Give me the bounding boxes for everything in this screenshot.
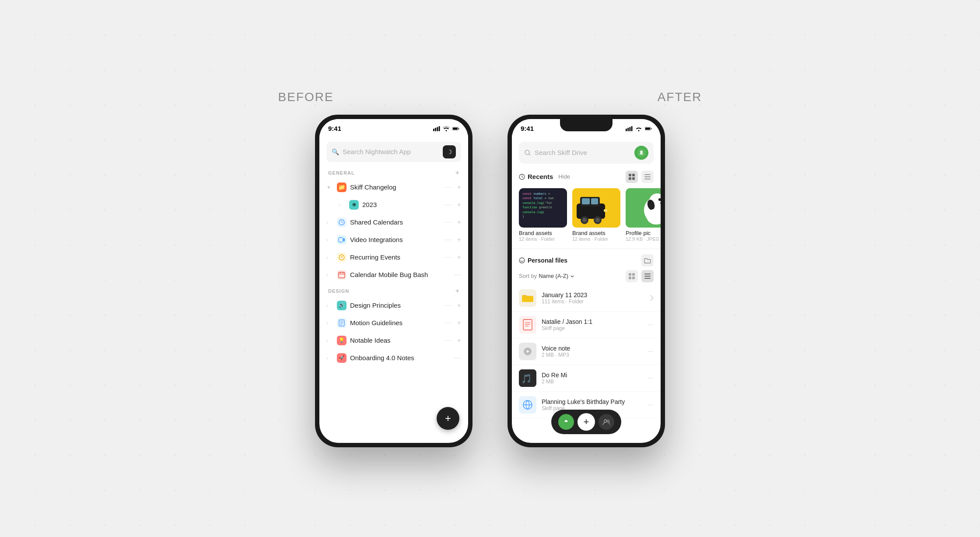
file-item-natalie-jason[interactable]: Natalie / Jason 1:1 Skiff page ···	[512, 312, 661, 338]
grid-view-files-btn[interactable]	[626, 270, 638, 282]
user-avatar[interactable]: ☽	[443, 145, 456, 158]
add-child-icon[interactable]: +	[457, 183, 461, 191]
recents-left: Recents Hide	[519, 173, 570, 180]
item-label: Skiff Changelog	[350, 183, 441, 191]
svg-rect-25	[632, 174, 635, 176]
svg-rect-18	[651, 128, 651, 129]
more-dots-icon[interactable]: ···	[648, 321, 654, 329]
people-btn[interactable]	[598, 414, 614, 430]
list-item-motion-guidelines[interactable]: › Motion Guidelines ··· +	[319, 314, 468, 332]
comparison-labels: BEFORE AFTER	[278, 90, 702, 104]
more-icon[interactable]: ···	[444, 253, 452, 261]
personal-left: Personal files	[519, 257, 567, 264]
notch	[560, 119, 612, 131]
design-title: DESIGN	[328, 288, 349, 294]
add-child-icon[interactable]: +	[457, 201, 461, 209]
item-label: Onboarding 4.0 Notes	[350, 354, 451, 362]
list-view-btn[interactable]	[641, 171, 654, 183]
more-icon[interactable]: ···	[444, 201, 452, 209]
recents-header: Recents Hide	[512, 167, 661, 186]
more-dots-icon[interactable]: ···	[648, 347, 654, 355]
more-icon[interactable]: ···	[454, 354, 461, 362]
clock-icon	[519, 174, 525, 180]
personal-files-header: Personal files	[512, 251, 661, 268]
user-avatar[interactable]	[634, 146, 648, 160]
recent-card-profile-pic[interactable]: Profile pic 12.9 KB · JPEG	[626, 188, 661, 242]
create-btn[interactable]: +	[578, 413, 595, 431]
general-add-btn[interactable]: +	[455, 169, 459, 177]
svg-point-63	[565, 420, 567, 422]
more-icon[interactable]: ···	[444, 319, 452, 327]
svg-point-37	[582, 218, 587, 222]
list-item-calendar-bug-bash[interactable]: › Calendar Mobile Bug Bash ···	[319, 266, 468, 284]
more-dots-icon[interactable]: ···	[648, 374, 654, 382]
svg-rect-40	[604, 209, 607, 212]
music-thumb: 🎵	[519, 369, 536, 387]
list-item-video-integrations[interactable]: › Video Integrations ··· +	[319, 231, 468, 249]
list-item-skiff-changelog[interactable]: ▼ 📁 Skiff Changelog ··· +	[319, 179, 468, 196]
after-search-bar[interactable]: Search Skiff Drive	[519, 142, 654, 164]
item-actions: ··· +	[444, 319, 461, 327]
add-child-icon[interactable]: +	[457, 337, 461, 344]
add-child-icon[interactable]: +	[457, 218, 461, 226]
file-meta: 111 items · Folder	[542, 298, 645, 305]
before-search-bar[interactable]: 🔍 Search Nightwatch App ☽	[326, 142, 461, 162]
item-label: Calendar Mobile Bug Bash	[350, 271, 451, 278]
before-screen: 9:41	[319, 119, 468, 443]
add-child-icon[interactable]: +	[457, 302, 461, 309]
doc-icon: ⊕	[349, 200, 359, 210]
list-item-2023[interactable]: › ⊕ 2023 ··· +	[319, 196, 468, 214]
chevron-right-icon: ›	[339, 202, 346, 207]
play-thumb	[519, 343, 536, 360]
recents-view-toggle	[626, 171, 654, 183]
more-dots-icon[interactable]: ···	[648, 401, 654, 409]
add-child-icon[interactable]: +	[457, 253, 461, 261]
list-item-onboarding[interactable]: › 🚀 Onboarding 4.0 Notes ···	[319, 349, 468, 367]
after-screen: 9:41	[512, 119, 661, 443]
battery-icon	[645, 126, 652, 131]
new-folder-btn[interactable]	[641, 254, 654, 267]
music-icon: 🎵	[519, 369, 536, 387]
recents-hide-btn[interactable]: Hide	[558, 173, 570, 180]
calendar-red-icon	[337, 270, 346, 280]
more-icon[interactable]: ···	[444, 236, 452, 244]
list-item-notable-ideas[interactable]: › 💡 Notable Ideas ··· +	[319, 332, 468, 349]
list-view-files-btn[interactable]	[641, 270, 654, 282]
sort-label[interactable]: Sort by Name (A-Z)	[519, 273, 574, 279]
wifi-icon	[635, 126, 642, 131]
item-actions: ···	[454, 271, 461, 279]
after-search-placeholder: Search Skiff Drive	[535, 149, 631, 156]
more-icon[interactable]: ···	[444, 218, 452, 226]
file-item-do-re-mi[interactable]: 🎵 Do Re Mi 2 MB ···	[512, 365, 661, 392]
list-item-recurring-events[interactable]: › Recurring Events ··· +	[319, 249, 468, 266]
design-section-header: DESIGN +	[319, 284, 468, 297]
after-phone: 9:41	[508, 115, 665, 447]
more-icon[interactable]: ···	[454, 271, 461, 279]
recent-card-brand-assets-2[interactable]: Brand assets 12 items · Folder	[572, 188, 620, 242]
svg-rect-8	[339, 238, 343, 242]
chevron-down-icon	[570, 274, 574, 278]
more-icon[interactable]: ···	[444, 183, 452, 191]
people-icon	[602, 418, 610, 426]
home-btn[interactable]	[558, 414, 574, 430]
recent-card-brand-assets-1[interactable]: const numbers = const total = nun consol…	[519, 188, 567, 242]
grid-view-btn[interactable]	[626, 171, 638, 183]
design-add-btn[interactable]: +	[455, 287, 459, 295]
chevron-right-icon: ›	[326, 303, 333, 308]
fab-button[interactable]: +	[437, 407, 459, 430]
file-item-voice-note[interactable]: Voice note 2 MB · MP3 ···	[512, 338, 661, 365]
file-name: Do Re Mi	[542, 372, 643, 379]
general-section-header: GENERAL +	[319, 165, 468, 179]
add-child-icon[interactable]: +	[457, 236, 461, 244]
list-item-design-principles[interactable]: › 🔊 Design Principles ··· +	[319, 297, 468, 314]
more-icon[interactable]: ···	[444, 337, 452, 344]
add-child-icon[interactable]: +	[457, 319, 461, 327]
chevron-right-icon: ›	[326, 338, 333, 343]
svg-rect-19	[645, 127, 650, 129]
svg-rect-5	[458, 128, 459, 129]
more-icon[interactable]: ···	[444, 302, 452, 309]
list-item-shared-calendars[interactable]: › Shared Calendars ··· +	[319, 214, 468, 231]
file-item-january[interactable]: January 11 2023 111 items · Folder	[512, 285, 661, 312]
moon-icon: ☽	[447, 148, 452, 155]
page-icon	[523, 319, 532, 330]
